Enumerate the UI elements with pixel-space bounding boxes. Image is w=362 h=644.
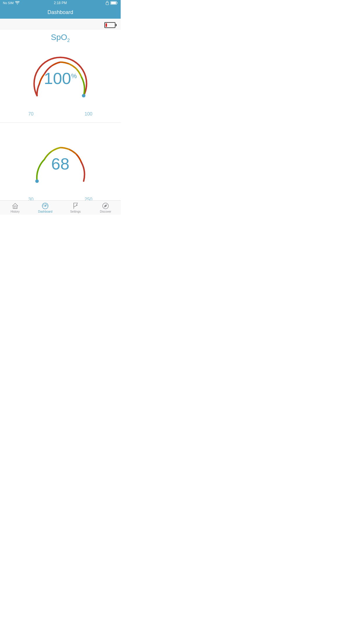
status-bar: No SIM 2:18 PM xyxy=(0,0,121,6)
spo2-gauge-container: 100% xyxy=(28,46,92,110)
svg-line-10 xyxy=(43,204,44,205)
wifi-icon xyxy=(15,1,20,5)
battery-fill xyxy=(106,23,107,27)
dashboard-icon xyxy=(42,202,49,209)
tab-settings-label: Settings xyxy=(70,210,81,213)
status-bar-right xyxy=(106,1,118,5)
status-bar-left: No SIM xyxy=(3,1,20,5)
hr-min: 30 xyxy=(28,197,34,200)
svg-rect-0 xyxy=(106,3,109,5)
svg-marker-15 xyxy=(104,205,107,207)
tab-settings[interactable]: Settings xyxy=(60,201,91,215)
lock-icon xyxy=(106,1,109,5)
hr-gauge-container: 68 xyxy=(28,132,92,196)
spo2-minmax: 70 100 xyxy=(28,111,92,117)
battery-icon xyxy=(110,1,118,5)
tab-dashboard-label: Dashboard xyxy=(38,210,52,213)
content-battery-area xyxy=(0,19,121,30)
spo2-value: 100% xyxy=(44,69,77,88)
tab-history[interactable]: History xyxy=(0,201,30,215)
hr-minmax: 30 250 xyxy=(28,197,92,200)
status-bar-time: 2:18 PM xyxy=(54,1,67,5)
page-title: Dashboard xyxy=(48,9,73,15)
svg-line-11 xyxy=(46,204,47,205)
hr-value: 68 xyxy=(51,154,69,173)
home-icon xyxy=(12,202,19,209)
discover-icon xyxy=(102,202,109,209)
settings-icon xyxy=(72,202,79,209)
device-battery-icon xyxy=(104,22,115,28)
spo2-title: SpO2 xyxy=(51,33,70,43)
tab-history-label: History xyxy=(10,210,20,213)
tab-discover-label: Discover xyxy=(100,210,111,213)
spo2-gauge-section: SpO2 100% xyxy=(0,30,121,123)
svg-point-4 xyxy=(35,179,39,183)
svg-rect-2 xyxy=(111,2,116,4)
tab-dashboard[interactable]: Dashboard xyxy=(30,201,61,215)
spo2-min: 70 xyxy=(28,111,34,117)
main-content: SpO2 100% xyxy=(0,19,121,200)
hr-gauge-section: 68 30 250 xyxy=(0,123,121,200)
tab-bar: History Dashboard xyxy=(0,200,121,215)
spo2-max: 100 xyxy=(85,111,92,117)
svg-point-3 xyxy=(82,94,85,97)
tab-discover[interactable]: Discover xyxy=(91,201,121,215)
carrier-text: No SIM xyxy=(3,1,14,5)
hr-max: 250 xyxy=(85,197,92,200)
nav-header: Dashboard xyxy=(0,6,121,19)
